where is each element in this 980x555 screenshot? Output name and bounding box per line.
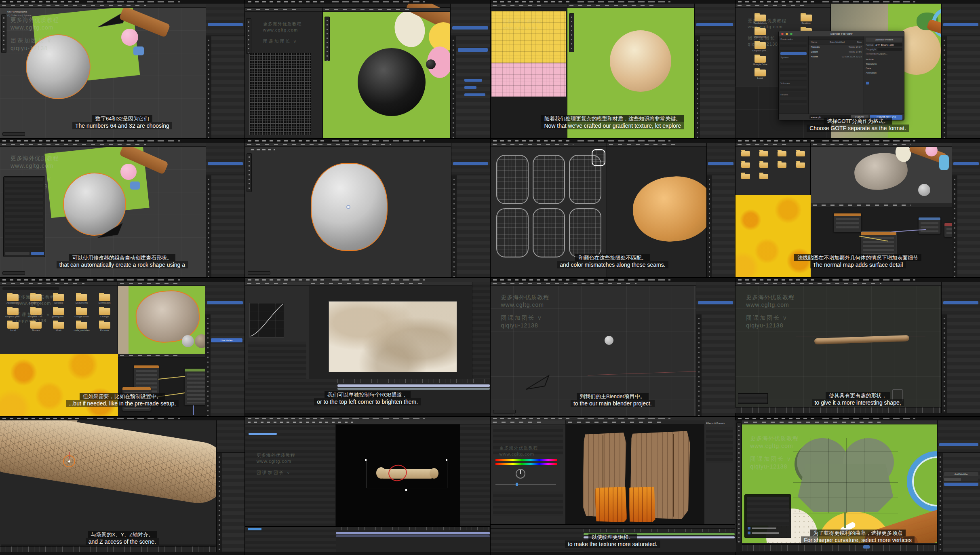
outliner-selected-row[interactable] (453, 162, 488, 165)
properties-tab-strip[interactable] (217, 453, 222, 555)
properties-panel[interactable] (947, 36, 980, 138)
outliner-selected-row[interactable] (696, 23, 733, 26)
folder-icon[interactable]: Movies (757, 173, 771, 181)
presets-rows[interactable] (706, 427, 733, 463)
folder-icon[interactable]: Local (3, 321, 23, 332)
menu-bar[interactable] (0, 0, 244, 4)
folder-icon[interactable]: Applications (3, 293, 23, 304)
effects-presets-panel[interactable]: Effects & Presets (704, 420, 735, 524)
folder-icon[interactable]: Creative Cl... (26, 293, 46, 304)
paint-toolbar[interactable] (246, 18, 251, 54)
menu-bar[interactable] (0, 139, 244, 143)
curves-editor[interactable] (249, 303, 284, 338)
time-ruler[interactable] (584, 529, 735, 532)
menu-bar[interactable] (736, 0, 980, 4)
properties-tab-strip[interactable] (206, 175, 211, 277)
image-texture-node[interactable] (122, 387, 151, 411)
viewport-header[interactable] (245, 143, 451, 147)
folder-icon[interactable]: Applications (739, 13, 782, 25)
image-editor-header[interactable] (245, 8, 322, 12)
add-modifier-button[interactable]: Add Modifier (944, 472, 978, 476)
modifier-tab-b[interactable] (961, 478, 978, 481)
outliner-selected-row[interactable] (207, 301, 243, 304)
menu-bar[interactable] (245, 139, 490, 143)
viewport-toolbar[interactable] (1, 14, 6, 53)
folder-icon[interactable]: LetArgo (793, 161, 808, 170)
timeline-panel[interactable] (491, 524, 735, 555)
viewport-header[interactable] (736, 282, 941, 286)
menu-bar[interactable] (245, 278, 490, 282)
menu-bar[interactable] (0, 278, 244, 282)
shader-node-editor[interactable] (811, 203, 952, 277)
layer-list[interactable] (245, 527, 336, 552)
image-editor-panel[interactable] (245, 8, 323, 138)
uv-island[interactable] (569, 208, 601, 257)
column-header-name[interactable]: Name (811, 40, 817, 44)
properties-tab-strip[interactable] (695, 36, 700, 138)
panel-header[interactable] (245, 282, 309, 286)
outliner-selected-row[interactable] (943, 23, 978, 26)
outliner-panel[interactable] (451, 4, 490, 36)
outliner-panel[interactable] (942, 4, 980, 36)
properties-tab-strip[interactable] (451, 36, 456, 138)
rock-egg-wireframe[interactable] (630, 173, 717, 245)
outliner-panel[interactable] (451, 143, 490, 175)
menu-bar[interactable] (736, 417, 980, 420)
timeline-panel[interactable] (245, 379, 490, 416)
properties-panel[interactable] (712, 175, 735, 277)
format-select[interactable]: glTF Binary (.glb) (875, 43, 902, 46)
modifier-stack-panel[interactable] (3, 176, 45, 257)
outliner-panel[interactable] (696, 282, 735, 314)
window-traffic-lights[interactable] (781, 33, 793, 35)
viewport-3d[interactable] (0, 420, 216, 544)
uv-editor-panel[interactable] (491, 143, 607, 277)
properties-tab-strip[interactable] (451, 175, 457, 277)
playback-pill[interactable] (493, 410, 516, 414)
operator-presets[interactable]: Operator Presets (866, 38, 902, 42)
modifier-properties-panel[interactable] (943, 453, 980, 555)
outliner-panel[interactable] (707, 143, 735, 175)
path-bar[interactable] (809, 36, 864, 40)
composition-panel[interactable] (309, 282, 472, 379)
folder-icon[interactable]: Downloads (95, 293, 114, 304)
outliner-selected-row[interactable] (953, 162, 979, 165)
node-editor-header[interactable] (811, 203, 952, 207)
export-gltf-button[interactable]: Export glTF 2.0 (870, 115, 902, 120)
uv-island[interactable] (496, 208, 529, 257)
copyright-field[interactable] (877, 48, 902, 51)
playback-pill[interactable] (248, 271, 270, 275)
volumes-list[interactable] (780, 86, 807, 92)
viewport-3d[interactable] (736, 282, 941, 407)
modifier-tab-a[interactable] (944, 478, 961, 481)
image-texture-node[interactable] (833, 213, 862, 232)
file-browser-panel[interactable]: ApplicationsCreative Cl...DesktopDocumen… (0, 282, 118, 354)
animation-checkbox[interactable] (866, 82, 869, 84)
uv-island[interactable] (496, 155, 529, 204)
viewport-3d[interactable] (811, 143, 952, 203)
viewport-header[interactable] (491, 282, 696, 286)
outliner-selected-row[interactable] (698, 301, 733, 304)
folder-icon[interactable]: Documents (739, 27, 782, 38)
gradient-sphere[interactable] (610, 30, 671, 92)
effect-rows[interactable] (493, 492, 563, 516)
proportional-editing-checkbox[interactable] (748, 532, 750, 534)
folder-icon[interactable]: Desktop (757, 150, 771, 159)
folder-icon[interactable]: Google Drive (739, 55, 782, 66)
camera-object[interactable] (525, 374, 550, 391)
properties-panel[interactable] (957, 175, 980, 277)
properties-panel[interactable] (211, 175, 244, 277)
composition-tabs[interactable] (309, 282, 472, 286)
slider-track[interactable] (495, 484, 556, 485)
outliner-selected-row[interactable] (708, 162, 733, 165)
folder-icon[interactable]: getting-sta... (49, 307, 69, 318)
camera-object[interactable] (96, 222, 124, 240)
material-slot-selected[interactable] (458, 48, 488, 52)
log-mesh[interactable] (0, 420, 216, 507)
slider-metallic[interactable] (464, 79, 482, 82)
file-browser-panel[interactable]: ApplicationsDesktopDocumentsDownloadsDro… (736, 143, 811, 195)
bookmark-selected-row[interactable] (780, 52, 807, 55)
section-animation[interactable]: Animation (866, 71, 902, 74)
folder-icon[interactable]: Pictures (95, 321, 114, 332)
section-data[interactable]: Data (866, 67, 902, 70)
layer-bar-gray[interactable] (337, 388, 490, 390)
